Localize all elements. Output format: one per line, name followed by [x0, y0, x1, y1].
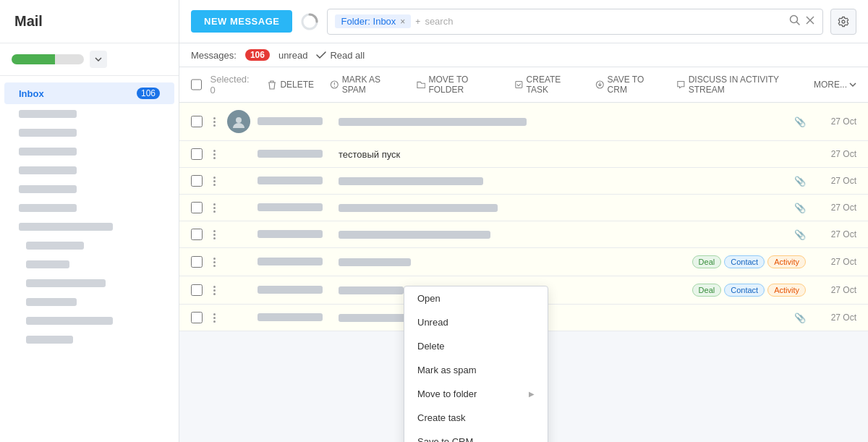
trash-icon: [267, 80, 277, 90]
attachment-icon: 📎: [794, 203, 806, 213]
delete-action-btn[interactable]: DELETE: [260, 77, 321, 93]
sidebar-item-maillist[interactable]: [4, 124, 174, 142]
sender-name: [258, 313, 330, 323]
discuss-icon: [676, 80, 686, 90]
sender-name: [258, 257, 330, 268]
row-context-menu-btn[interactable]: [208, 229, 220, 240]
context-save-crm[interactable]: Save to CRM: [404, 430, 548, 442]
sidebar-item-maillist-label: [19, 129, 77, 137]
sidebar-item-nnm[interactable]: [4, 312, 174, 330]
svg-rect-6: [516, 81, 522, 88]
tag-activity: Activity: [767, 284, 806, 297]
search-bar[interactable]: Folder: Inbox × + search: [327, 9, 823, 35]
tag-deal: Deal: [692, 255, 722, 268]
app-container: Mail Inbox 106: [0, 0, 868, 442]
email-row[interactable]: 📎 27 Oct: [179, 103, 868, 141]
email-subject: [330, 204, 794, 212]
new-message-button[interactable]: NEW MESSAGE: [191, 10, 292, 33]
sidebar-item-crm-group[interactable]: [4, 237, 174, 255]
unread-label: unread: [278, 50, 307, 61]
row-context-menu-btn[interactable]: [208, 202, 220, 213]
sidebar-item-snoozed[interactable]: [4, 143, 174, 161]
context-unread[interactable]: Unread: [404, 310, 548, 334]
email-date: 27 Oct: [813, 285, 856, 295]
email-date: 27 Oct: [813, 313, 856, 323]
sidebar-item-spy-today[interactable]: [4, 161, 174, 179]
account-toggle[interactable]: [12, 51, 167, 68]
selected-count-label: Selected: 0: [210, 74, 253, 95]
sidebar-item-inbox-label: Inbox: [19, 88, 44, 99]
row-context-menu-btn[interactable]: [208, 116, 220, 127]
chevron-down-icon: [849, 82, 856, 88]
sidebar-item-pepper[interactable]: [4, 274, 174, 292]
row-context-menu-btn[interactable]: [208, 312, 220, 323]
sidebar-item-sentbox[interactable]: [4, 199, 174, 217]
email-row-checkbox[interactable]: [191, 116, 203, 127]
sidebar-item-mining[interactable]: [4, 255, 174, 273]
email-row[interactable]: Deal Contact Activity 27 Oct: [179, 248, 868, 276]
email-row[interactable]: 📎 27 Oct: [179, 221, 868, 248]
email-row-checkbox[interactable]: [191, 202, 203, 213]
email-row-checkbox[interactable]: [191, 148, 203, 160]
sidebar-item-mounder-label: [26, 298, 77, 306]
folder-chip-label: Folder: Inbox: [341, 16, 396, 27]
email-subject-text: тестовый пуск: [339, 149, 797, 160]
email-row-checkbox[interactable]: [191, 229, 203, 240]
sidebar-item-mounder[interactable]: [4, 293, 174, 311]
search-input-placeholder[interactable]: search: [425, 16, 785, 27]
select-all-checkbox[interactable]: [191, 79, 202, 90]
task-icon: [514, 80, 524, 90]
context-move-folder[interactable]: Move to folder ▶: [404, 382, 548, 406]
email-row-checkbox[interactable]: [191, 312, 203, 323]
sender-name: [258, 285, 330, 296]
email-tags: Deal Contact Activity: [692, 255, 806, 268]
sidebar-item-system-label: [19, 185, 77, 193]
email-row[interactable]: тестовый пуск 27 Oct Open Unread Delete …: [179, 141, 868, 168]
email-row-checkbox[interactable]: [191, 284, 203, 296]
sidebar-item-mining-label: [26, 260, 69, 268]
save-crm-action-btn[interactable]: SAVE TO CRM: [588, 72, 668, 98]
attachment-icon: 📎: [794, 229, 806, 240]
context-delete[interactable]: Delete: [404, 334, 548, 358]
more-actions-btn[interactable]: MORE...: [814, 80, 856, 90]
sidebar: Mail Inbox 106: [0, 0, 179, 442]
settings-button[interactable]: [830, 9, 856, 35]
sidebar-item-inbox[interactable]: Inbox 106: [4, 82, 174, 104]
discuss-action-btn[interactable]: DISCUSS IN ACTIVITY STREAM: [669, 72, 812, 98]
email-subject: тестовый пуск: [330, 149, 806, 160]
email-subject: [330, 258, 692, 266]
unread-count-badge: 106: [245, 49, 270, 61]
row-context-menu-btn[interactable]: [208, 256, 220, 268]
context-mark-spam[interactable]: Mark as spam: [404, 358, 548, 382]
email-row[interactable]: 📎 27 Oct: [179, 168, 868, 195]
main-content: NEW MESSAGE Folder: Inbox × + search: [179, 0, 868, 442]
sidebar-item-system[interactable]: [4, 180, 174, 198]
account-progress-bar: [12, 54, 84, 64]
create-task-action-btn[interactable]: CREATE TASK: [507, 72, 587, 98]
row-context-menu-btn[interactable]: [208, 175, 220, 187]
email-subject: [330, 231, 794, 239]
search-icon[interactable]: [789, 14, 801, 28]
chevron-down-icon: [95, 57, 102, 61]
read-all-label: Read all: [330, 50, 365, 61]
context-create-task[interactable]: Create task: [404, 406, 548, 430]
sidebar-item-member-thomas[interactable]: [4, 218, 174, 236]
folder-chip-close-btn[interactable]: ×: [400, 17, 405, 27]
sidebar-item-tutored[interactable]: [4, 331, 174, 349]
search-clear-icon[interactable]: [805, 15, 815, 27]
context-open[interactable]: Open: [404, 286, 548, 310]
email-row-checkbox[interactable]: [191, 256, 203, 268]
sidebar-item-tutored-label: [26, 336, 73, 344]
mark-spam-action-btn[interactable]: MARK AS SPAM: [323, 72, 408, 98]
sidebar-item-member-thomas-label: [19, 223, 113, 231]
email-row-checkbox[interactable]: [191, 175, 203, 187]
email-row[interactable]: 📎 27 Oct: [179, 195, 868, 221]
sidebar-nav: Inbox 106: [0, 76, 179, 442]
account-dropdown-btn[interactable]: [90, 51, 107, 68]
row-context-menu-btn[interactable]: [208, 284, 220, 296]
read-all-button[interactable]: Read all: [316, 50, 365, 61]
more-label: MORE...: [814, 80, 847, 90]
sidebar-item-archive[interactable]: [4, 105, 174, 123]
move-folder-action-btn[interactable]: MOVE TO FOLDER: [409, 72, 506, 98]
row-context-menu-btn[interactable]: [208, 148, 220, 160]
